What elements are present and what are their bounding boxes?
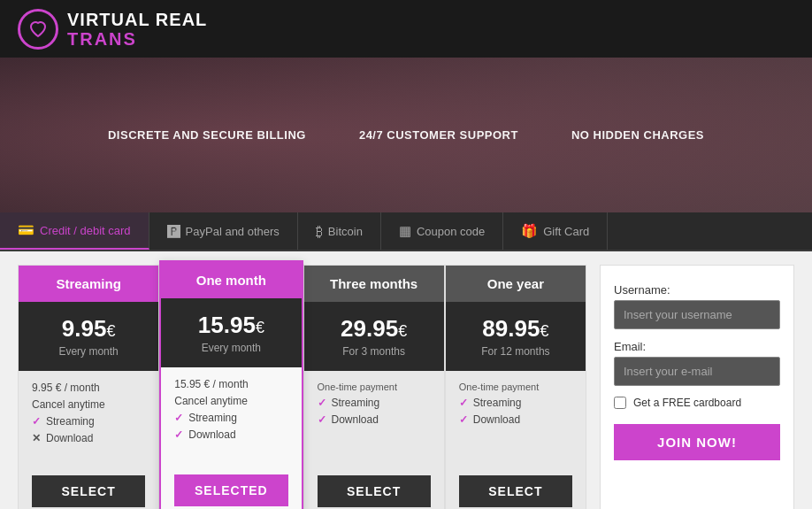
plan-one-month-header: One month xyxy=(161,262,301,298)
coupon-icon: ▦ xyxy=(399,223,411,239)
tab-bitcoin-label: Bitcoin xyxy=(328,225,363,238)
paypal-icon: 🅿 xyxy=(167,224,180,239)
payment-tabs: 💳 Credit / debit card 🅿 PayPal and other… xyxy=(0,212,812,251)
three-months-streaming-feature: ✓ Streaming xyxy=(318,397,431,409)
check-icon: ✓ xyxy=(459,397,468,409)
streaming-cancel: Cancel anytime xyxy=(32,398,145,411)
plan-streaming-currency: € xyxy=(106,322,115,340)
plan-streaming-period: Every month xyxy=(27,345,149,366)
tab-credit-card-label: Credit / debit card xyxy=(40,224,131,237)
plan-one-year-header: One year xyxy=(446,266,586,302)
free-cardboard-checkbox[interactable] xyxy=(614,397,626,409)
main-content: Streaming 9.95€ Every month 9.95 € / mon… xyxy=(0,251,812,509)
one-year-streaming-feature: ✓ Streaming xyxy=(459,397,572,409)
username-input[interactable] xyxy=(614,300,780,329)
header: VIRTUAL REAL TRANS xyxy=(0,0,812,58)
check-icon: ✓ xyxy=(459,413,468,426)
plan-one-year-price: 89.95€ For 12 months xyxy=(446,302,586,371)
plan-three-months-period: For 3 months xyxy=(313,345,435,366)
streaming-streaming-feature: ✓ Streaming xyxy=(32,415,145,428)
plan-one-month-period: Every month xyxy=(170,342,292,363)
plan-one-year: One year 89.95€ For 12 months One-time p… xyxy=(445,265,586,509)
one-month-cancel: Cancel anytime xyxy=(174,395,287,407)
hero-section: DISCRETE AND SECURE BILLING 24/7 CUSTOME… xyxy=(0,58,812,212)
plan-three-months-price: 29.95€ For 3 months xyxy=(304,302,444,371)
tab-giftcard[interactable]: 🎁 Gift Card xyxy=(503,212,608,250)
email-field-group: Email: xyxy=(614,340,780,386)
tab-credit-card[interactable]: 💳 Credit / debit card xyxy=(0,212,149,250)
logo-icon xyxy=(18,9,58,50)
plan-one-year-features: One-time payment ✓ Streaming ✓ Download xyxy=(446,371,586,467)
one-month-streaming-feature: ✓ Streaming xyxy=(174,412,287,424)
username-field-group: Username: xyxy=(614,283,780,329)
plan-streaming: Streaming 9.95€ Every month 9.95 € / mon… xyxy=(18,265,159,509)
plan-one-year-footer: SELECT xyxy=(446,467,586,509)
select-streaming-button[interactable]: SELECT xyxy=(32,475,145,507)
check-icon: ✓ xyxy=(32,415,41,428)
plan-streaming-footer: SELECT xyxy=(19,467,158,509)
streaming-price-month: 9.95 € / month xyxy=(32,382,145,394)
tab-paypal-label: PayPal and others xyxy=(186,225,280,238)
plan-one-month-amount-value: 15.95 xyxy=(198,312,256,338)
tab-coupon[interactable]: ▦ Coupon code xyxy=(381,212,503,250)
one-year-download-feature: ✓ Download xyxy=(459,413,572,426)
logo-text: VIRTUAL REAL TRANS xyxy=(67,10,207,49)
plan-one-year-period: For 12 months xyxy=(455,345,577,366)
plan-three-months-currency: € xyxy=(398,322,407,340)
email-label: Email: xyxy=(614,340,780,353)
plan-one-month-footer: SELECTED xyxy=(161,466,301,509)
plan-three-months-footer: SELECT xyxy=(304,467,444,509)
username-label: Username: xyxy=(614,283,780,297)
select-one-year-button[interactable]: SELECT xyxy=(459,475,572,507)
logo-line1: VIRTUAL REAL xyxy=(67,10,207,29)
heart-icon xyxy=(27,19,49,40)
email-input[interactable] xyxy=(614,357,780,386)
check-icon: ✓ xyxy=(318,397,326,409)
plan-three-months-amount-value: 29.95 xyxy=(341,315,398,342)
streaming-price-month-value: 9.95 € / month xyxy=(32,382,100,394)
check-icon: ✓ xyxy=(174,412,183,424)
plan-one-month-currency: € xyxy=(256,319,264,336)
plan-one-month-amount: 15.95€ xyxy=(170,312,292,339)
plan-three-months-features: One-time payment ✓ Streaming ✓ Download xyxy=(304,371,444,467)
plan-one-month-price: 15.95€ Every month xyxy=(161,298,301,367)
plan-one-year-amount-value: 89.95 xyxy=(482,315,540,342)
check-icon: ✓ xyxy=(318,413,326,426)
three-months-download-feature: ✓ Download xyxy=(318,413,431,426)
plan-three-months-header: Three months xyxy=(304,266,444,302)
streaming-download-feature: ✕ Download xyxy=(32,432,145,444)
plan-streaming-price: 9.95€ Every month xyxy=(19,302,158,371)
signup-form: Username: Email: Get a FREE cardboard JO… xyxy=(600,265,794,509)
one-year-one-time: One-time payment xyxy=(459,382,572,392)
giftcard-icon: 🎁 xyxy=(521,223,538,239)
select-one-month-button[interactable]: SELECTED xyxy=(174,474,287,506)
pricing-grid: Streaming 9.95€ Every month 9.95 € / mon… xyxy=(18,265,586,509)
logo-line2: TRANS xyxy=(67,29,207,49)
one-month-price-month: 15.95 € / month xyxy=(174,378,287,390)
plan-one-year-amount: 89.95€ xyxy=(455,315,577,343)
plan-one-month-features: 15.95 € / month Cancel anytime ✓ Streami… xyxy=(161,367,301,466)
free-cardboard-row: Get a FREE cardboard xyxy=(614,397,780,409)
plan-streaming-header: Streaming xyxy=(19,266,158,302)
plan-three-months-amount: 29.95€ xyxy=(313,315,435,343)
tab-giftcard-label: Gift Card xyxy=(543,225,589,238)
feature-billing: DISCRETE AND SECURE BILLING xyxy=(108,128,306,142)
plan-one-year-currency: € xyxy=(540,322,548,340)
free-cardboard-label: Get a FREE cardboard xyxy=(633,397,741,409)
check-icon: ✓ xyxy=(174,428,183,441)
join-now-button[interactable]: JOIN NOW! xyxy=(614,424,780,460)
tab-bitcoin[interactable]: ₿ Bitcoin xyxy=(298,212,381,250)
cross-icon: ✕ xyxy=(32,432,41,444)
three-months-one-time: One-time payment xyxy=(318,382,431,392)
tab-paypal[interactable]: 🅿 PayPal and others xyxy=(149,212,298,250)
feature-support: 24/7 CUSTOMER SUPPORT xyxy=(359,128,518,142)
plan-streaming-amount-value: 9.95 xyxy=(62,315,107,342)
feature-charges: NO HIDDEN CHARGES xyxy=(571,128,704,142)
plan-three-months: Three months 29.95€ For 3 months One-tim… xyxy=(303,265,445,509)
credit-card-icon: 💳 xyxy=(18,222,34,238)
tab-coupon-label: Coupon code xyxy=(417,225,485,238)
select-three-months-button[interactable]: SELECT xyxy=(318,475,431,507)
plan-one-month: One month 15.95€ Every month 15.95 € / m… xyxy=(159,260,303,509)
hero-features: DISCRETE AND SECURE BILLING 24/7 CUSTOME… xyxy=(108,128,704,142)
logo: VIRTUAL REAL TRANS xyxy=(18,9,207,50)
